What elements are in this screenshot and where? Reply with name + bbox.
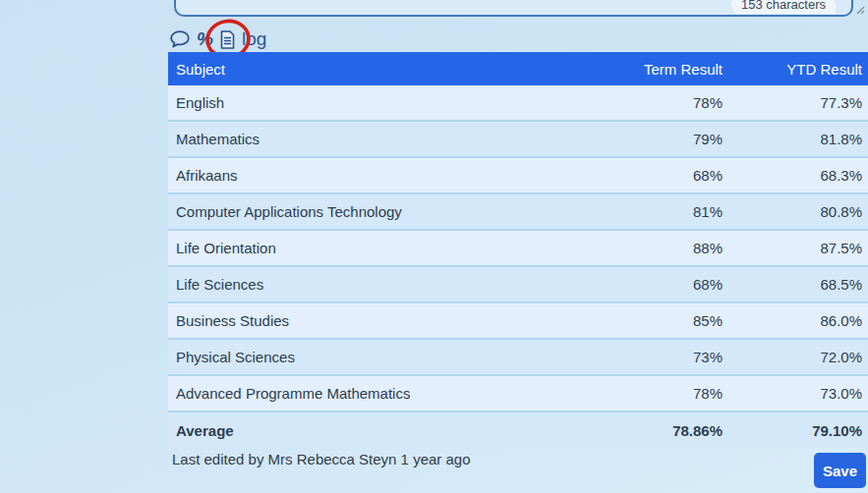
table-header-row: Subject Term Result YTD Result	[168, 52, 868, 85]
subject-cell: Physical Sciences	[168, 349, 575, 365]
ytd-result-cell: 73.0%	[723, 385, 868, 402]
comment-textarea[interactable]: 153 characters	[174, 0, 853, 17]
ytd-result-cell: 86.0%	[723, 312, 868, 329]
ytd-result-cell: 68.5%	[723, 276, 868, 293]
term-result-cell: 68%	[575, 167, 723, 184]
subject-cell: English	[168, 94, 575, 111]
header-subject: Subject	[168, 61, 575, 78]
ytd-result-cell: 72.0%	[723, 349, 868, 365]
header-term-result: Term Result	[575, 61, 723, 78]
term-result-cell: 68%	[575, 276, 723, 293]
ytd-result-cell: 87.5%	[723, 240, 868, 256]
subject-cell: Computer Applications Technology	[168, 203, 575, 220]
subject-cell: Afrikaans	[168, 167, 575, 184]
subject-cell: Mathematics	[168, 131, 575, 147]
average-label: Average	[168, 422, 575, 439]
term-result-cell: 85%	[575, 312, 723, 329]
average-term-result: 78.86%	[575, 422, 723, 439]
table-row[interactable]: Advanced Programme Mathematics 78% 73.0%	[168, 376, 868, 412]
table-row[interactable]: Afrikaans 68% 68.3%	[168, 158, 868, 194]
last-edited-text: Last edited by Mrs Rebecca Steyn 1 year …	[172, 451, 471, 467]
ytd-result-cell: 68.3%	[723, 167, 868, 184]
average-ytd-result: 79.10%	[723, 422, 868, 439]
subject-cell: Life Sciences	[168, 276, 575, 293]
subject-cell: Business Studies	[168, 312, 575, 329]
average-row: Average 78.86% 79.10%	[168, 412, 868, 448]
document-icon[interactable]	[220, 30, 235, 49]
term-result-cell: 81%	[575, 203, 723, 220]
table-row[interactable]: Business Studies 85% 86.0%	[168, 303, 868, 340]
ytd-result-cell: 80.8%	[723, 203, 868, 220]
subject-cell: Advanced Programme Mathematics	[168, 385, 575, 402]
term-result-cell: 73%	[575, 349, 723, 365]
table-row[interactable]: Physical Sciences 73% 72.0%	[168, 340, 868, 376]
log-link[interactable]: log	[242, 28, 266, 50]
table-row[interactable]: Life Sciences 68% 68.5%	[168, 267, 868, 303]
ytd-result-cell: 81.8%	[723, 131, 868, 147]
toolbar: % log	[170, 27, 266, 52]
percent-icon[interactable]: %	[197, 28, 213, 50]
resize-grip-icon[interactable]	[853, 3, 865, 15]
table-body: English 78% 77.3% Mathematics 79% 81.8% …	[168, 85, 868, 412]
table-row[interactable]: Life Orientation 88% 87.5%	[168, 231, 868, 267]
subject-cell: Life Orientation	[168, 240, 575, 256]
table-row[interactable]: Computer Applications Technology 81% 80.…	[168, 194, 868, 231]
term-result-cell: 78%	[575, 94, 723, 111]
term-result-cell: 78%	[575, 385, 723, 402]
header-ytd-result: YTD Result	[723, 61, 868, 78]
ytd-result-cell: 77.3%	[723, 94, 868, 111]
results-table: Subject Term Result YTD Result English 7…	[168, 52, 868, 448]
term-result-cell: 88%	[575, 240, 723, 256]
table-row[interactable]: English 78% 77.3%	[168, 85, 868, 122]
save-button[interactable]: Save	[814, 453, 866, 488]
table-row[interactable]: Mathematics 79% 81.8%	[168, 122, 868, 158]
comment-icon[interactable]	[170, 30, 190, 48]
character-counter: 153 characters	[731, 0, 836, 14]
term-result-cell: 79%	[575, 131, 723, 147]
